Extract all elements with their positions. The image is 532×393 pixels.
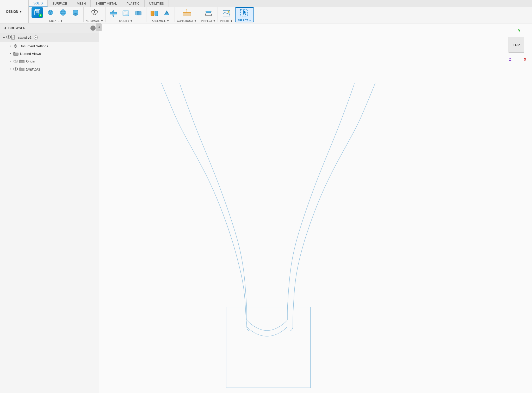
modify-icons [108,8,144,18]
svg-point-58 [15,68,16,70]
svg-marker-18 [113,15,115,17]
browser-header: BROWSER − [0,23,99,33]
root-label: stand v2 [18,36,32,40]
main-canvas[interactable]: Y TOP Z X [99,23,532,393]
tab-surface[interactable]: SURFACE [48,0,72,7]
svg-marker-17 [113,10,115,12]
create-cylinder-button[interactable] [70,7,81,18]
tree-item-named-views[interactable]: Named Views [0,50,99,57]
design-arrow: ▼ [19,10,22,13]
select-button[interactable] [239,8,250,18]
svg-marker-56 [10,68,11,70]
create-icons: + [31,7,81,18]
assemble-motion-button[interactable] [161,8,172,18]
sketch-svg [99,23,532,393]
tree-item-sketches[interactable]: Sketches [0,65,99,73]
root-visibility-icon[interactable] [6,35,11,40]
svg-rect-20 [124,12,128,15]
design-menu[interactable]: DESIGN ▼ [0,0,29,23]
named-views-chevron-icon[interactable] [8,52,13,56]
tree-item-origin[interactable]: Origin [0,57,99,65]
svg-point-34 [228,11,229,13]
svg-marker-39 [3,37,5,38]
origin-chevron-icon[interactable] [8,59,13,63]
svg-marker-38 [4,27,6,29]
toolbar-group-select: SELECT ▼ [235,7,254,22]
svg-marker-52 [10,60,11,62]
svg-rect-16 [110,12,117,14]
sketches-folder-icon [19,67,25,71]
browser-minimize-button[interactable]: − [90,26,96,31]
browser-collapse-arrow-icon[interactable] [3,26,7,30]
create-box-button[interactable] [45,7,56,18]
construct-button[interactable] [181,8,193,18]
svg-marker-48 [10,45,11,47]
view-cube-label: TOP [513,43,520,47]
tree-root-item[interactable]: stand v2 [0,33,99,42]
select-label[interactable]: SELECT ▼ [238,19,251,22]
insert-label[interactable]: INSERT ▼ [220,20,233,22]
assemble-label[interactable]: ASSEMBLE ▼ [152,20,169,22]
svg-point-15 [94,9,95,10]
doc-settings-gear-icon [13,43,18,49]
sketches-label: Sketches [26,67,40,71]
create-label[interactable]: CREATE ▼ [49,20,63,22]
svg-marker-27 [183,13,191,16]
tab-bar: SOLID SURFACE MESH SHEET METAL PLASTIC U… [29,0,532,7]
svg-rect-22 [138,11,141,15]
svg-point-13 [95,10,97,13]
modify-shell-button[interactable] [120,8,132,18]
toolbar-group-construct: CONSTRUCT ▼ [175,7,199,22]
axis-y-label: Y [518,29,520,33]
browser-panel: BROWSER − [0,23,99,393]
root-chevron-icon[interactable] [2,35,6,40]
sketches-chevron-icon[interactable] [8,67,13,71]
root-target-icon[interactable] [34,35,38,40]
toolbar-group-inspect: INSPECT ▼ [199,7,218,22]
modify-press-pull-button[interactable] [108,8,119,18]
svg-point-41 [8,36,9,38]
svg-point-49 [15,45,16,47]
inspect-label[interactable]: INSPECT ▼ [201,20,216,22]
modify-combine-button[interactable] [133,8,144,18]
tab-mesh[interactable]: MESH [72,0,91,7]
root-doc-icon [11,35,16,40]
svg-point-9 [73,14,78,16]
svg-marker-37 [98,26,100,28]
svg-rect-0 [35,10,39,15]
view-cube: Y TOP Z X [506,29,527,55]
origin-folder-icon [19,59,25,64]
create-sphere-button[interactable] [57,7,69,18]
svg-point-50 [14,45,17,48]
toolbar-group-create: + [29,7,84,22]
sidebar-collapse-button[interactable] [96,23,102,31]
automate-label[interactable]: AUTOMATE ▼ [86,20,103,22]
svg-point-12 [91,10,94,13]
tab-sheet-metal[interactable]: SHEET METAL [91,0,122,7]
svg-marker-51 [10,53,11,54]
modify-label[interactable]: MODIFY ▼ [119,20,133,22]
insert-icons [221,8,232,18]
tab-utilities[interactable]: UTILITIES [145,0,169,7]
sketches-visibility-icon[interactable] [13,66,18,72]
toolbar: DESIGN ▼ SOLID SURFACE MESH SHEET METAL … [0,0,532,23]
axis-z-label: Z [509,57,511,61]
view-cube-top-face[interactable]: TOP [509,37,524,53]
assemble-joint-button[interactable] [149,8,160,18]
tab-solid[interactable]: SOLID [29,0,48,7]
tree-item-document-settings[interactable]: Document Settings [0,42,99,50]
inspect-button[interactable] [203,8,214,18]
toolbar-group-assemble: ASSEMBLE ▼ [146,7,175,22]
origin-visibility-icon[interactable] [13,59,18,64]
doc-settings-chevron-icon[interactable] [8,44,13,48]
design-label: DESIGN [6,10,18,14]
assemble-icons [149,8,172,18]
automate-button[interactable] [89,8,100,18]
create-new-component-button[interactable]: + [31,7,44,18]
svg-marker-29 [186,9,187,10]
tab-plastic[interactable]: PLASTIC [122,0,145,7]
construct-label[interactable]: CONSTRUCT ▼ [177,20,196,22]
svg-rect-32 [206,11,211,13]
select-icons [239,8,250,18]
insert-button[interactable] [221,8,232,18]
